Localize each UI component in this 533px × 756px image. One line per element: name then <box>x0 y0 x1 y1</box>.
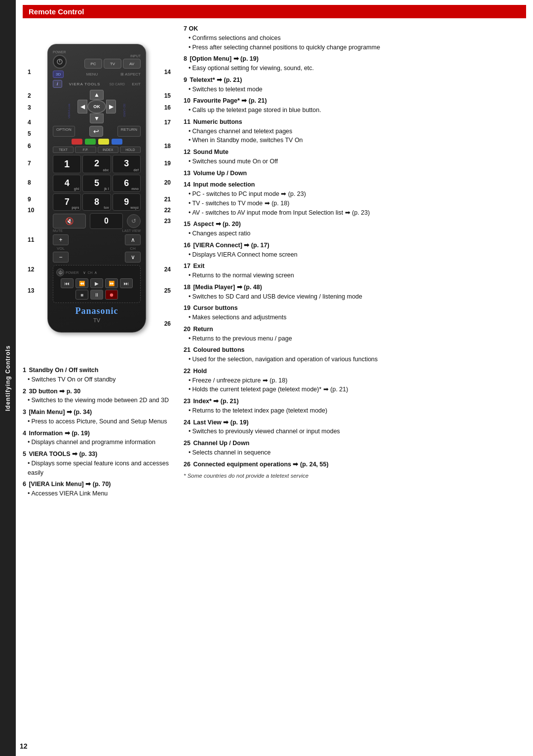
numpad: 1 2abc 3def 4ghi 5jk l 6mno 7pqrs 8tuv 9… <box>53 155 141 211</box>
tv-button[interactable]: TV <box>104 59 121 69</box>
ch-up-button[interactable]: ∧ <box>125 234 141 245</box>
skip-forward-button[interactable]: ⏭ <box>120 278 133 288</box>
num-6[interactable]: 6mno <box>113 175 141 192</box>
content-area: 1 2 3 4 5 6 7 8 9 10 11 12 13 14 15 16 <box>23 24 526 746</box>
media-ch-down[interactable]: ∨ <box>83 270 86 275</box>
num-7[interactable]: 7pqrs <box>53 193 81 211</box>
desc-18-title: [Media Player] ➡ (p. 48) <box>193 284 262 291</box>
sd-card-side: SD CARD <box>123 104 126 117</box>
ann-10: 10 <box>28 207 34 214</box>
num-3[interactable]: 3def <box>113 155 141 173</box>
fp-button[interactable]: F.P. <box>75 147 96 153</box>
desc-item-8: 8 [Option Menu] ➡ (p. 19) Easy optional … <box>184 54 526 73</box>
desc-9-num: 9 <box>184 76 187 83</box>
top-row: INPUT PC TV AV <box>53 54 141 69</box>
desc-num-6: 6 <box>23 481 26 488</box>
mute-zero-row: 🔇 0 ↺ <box>53 213 141 229</box>
desc-21-title: Coloured buttons <box>193 346 244 353</box>
fast-forward-button[interactable]: ⏩ <box>105 278 118 288</box>
desc-bullet-3-1: Press to access Picture, Sound and Setup… <box>23 417 176 426</box>
desc-7-b1: Confirms selections and choices <box>184 34 526 43</box>
desc-item-12: 12 Sound Mute Switches sound mute On or … <box>184 148 526 166</box>
desc-item-11: 11 Numeric buttons Changes channel and t… <box>184 117 526 145</box>
num-2[interactable]: 2abc <box>82 155 111 173</box>
ann-15: 15 <box>164 92 171 99</box>
3d-button[interactable]: 3D <box>53 71 64 78</box>
ann-16: 16 <box>164 104 171 111</box>
stop-button[interactable]: ■ <box>76 290 88 300</box>
power-button[interactable] <box>53 55 67 69</box>
blue-button[interactable] <box>112 139 122 145</box>
right-button[interactable]: ▶ <box>106 100 116 113</box>
desc-9-title: Teletext* ➡ (p. 21) <box>190 76 242 83</box>
mute-button[interactable]: 🔇 <box>53 214 86 228</box>
desc-10-num: 10 <box>184 97 190 104</box>
num-9[interactable]: 9wxyz <box>113 193 141 211</box>
desc-7-title: 7 OK <box>184 25 198 32</box>
main-content: Remote Control 1 2 3 4 5 6 7 8 9 10 <box>16 0 533 756</box>
rewind-button[interactable]: ⏪ <box>76 278 88 288</box>
hold-button[interactable]: HOLD <box>120 147 141 153</box>
vol-up-button[interactable]: + <box>53 234 69 245</box>
remote-illustration: 1 2 3 4 5 6 7 8 9 10 11 12 13 14 15 16 <box>23 24 176 360</box>
panasonic-text: Panasonic <box>75 306 118 316</box>
num-8[interactable]: 8tuv <box>82 193 111 211</box>
desc-15-b1: Changes aspect ratio <box>184 229 526 238</box>
vol-down-button[interactable]: − <box>53 252 69 263</box>
num-4[interactable]: 4ghi <box>53 175 81 192</box>
desc-18-b1: Switches to SD Card and USB device viewi… <box>184 292 526 302</box>
num-0[interactable]: 0 <box>90 213 123 229</box>
bottom-left-descriptions: 1 Standby On / Off switch Switches TV On… <box>23 366 176 498</box>
desc-22-b2: Holds the current teletext page (teletex… <box>184 385 526 394</box>
av-button[interactable]: AV <box>123 59 141 69</box>
desc-16-b1: Displays VIERA Connect home screen <box>184 250 526 260</box>
text-button[interactable]: TEXT <box>53 147 74 153</box>
desc-title-1: Standby On / Off switch <box>29 367 98 374</box>
play-button[interactable]: ▶ <box>90 278 103 288</box>
num-1[interactable]: 1 <box>53 155 81 173</box>
return-button[interactable]: ↩ <box>89 126 103 137</box>
info-row: i VIERA TOOLS SD CARD EXIT <box>53 80 141 88</box>
ann-24: 24 <box>164 266 171 273</box>
left-button[interactable]: ◀ <box>77 100 87 113</box>
index-button[interactable]: INDEX <box>98 147 118 153</box>
sidebar-label: Identifying Controls <box>0 0 16 756</box>
ch-group: ∧ CH ∨ <box>125 234 141 263</box>
red-button[interactable] <box>72 139 82 145</box>
right-panel: 7 OK Confirms selections and choices Pre… <box>184 24 526 746</box>
remote-body: POWER INPUT PC TV AV <box>47 44 146 333</box>
info-button[interactable]: i <box>53 80 62 88</box>
lastview-button[interactable]: ↺ <box>127 214 141 228</box>
media-power-button[interactable]: ⏻ <box>56 268 64 276</box>
desc-bullet-2-1: Switches to the viewing mode between 2D … <box>23 396 176 405</box>
menu-label: MENU <box>86 72 98 76</box>
pause-button[interactable]: ⏸ <box>90 290 103 300</box>
desc-item-9: 9 Teletext* ➡ (p. 21) Switches to telete… <box>184 76 526 94</box>
up-button[interactable]: ▲ <box>90 90 104 100</box>
desc-14-b1: PC - switches to PC input mode ➡ (p. 23) <box>184 189 526 199</box>
num-5[interactable]: 5jk l <box>82 175 111 192</box>
dpad-middle: ◀ OK ▶ <box>77 100 116 113</box>
ann-26: 26 <box>164 320 171 327</box>
desc-16-num: 16 <box>184 242 190 249</box>
right-desc-list-1: 7 OK Confirms selections and choices Pre… <box>184 24 526 469</box>
ann-20: 20 <box>164 179 171 186</box>
green-button[interactable] <box>85 139 96 145</box>
desc-24-b1: Switches to previously viewed channel or… <box>184 427 526 436</box>
desc-22-title: Hold <box>193 368 207 375</box>
input-group: INPUT PC TV AV <box>84 54 141 69</box>
desc-item-4: 4 Information ➡ (p. 19) Displays channel… <box>23 429 176 448</box>
option-button[interactable]: OPTION <box>53 126 75 137</box>
down-button[interactable]: ▼ <box>90 113 104 123</box>
ch-down-button[interactable]: ∨ <box>125 252 141 263</box>
media-ch-up[interactable]: ∧ <box>94 270 97 275</box>
rec-button[interactable]: ⏺ <box>105 290 118 300</box>
desc-15-title: Aspect ➡ (p. 20) <box>193 221 240 227</box>
skip-back-button[interactable]: ⏮ <box>61 278 74 288</box>
desc-17-num: 17 <box>184 263 190 269</box>
ok-button[interactable]: OK <box>87 100 106 113</box>
input-buttons: PC TV AV <box>84 59 141 69</box>
yellow-button[interactable] <box>98 139 109 145</box>
page-number: 12 <box>20 742 28 750</box>
pc-button[interactable]: PC <box>84 59 102 69</box>
